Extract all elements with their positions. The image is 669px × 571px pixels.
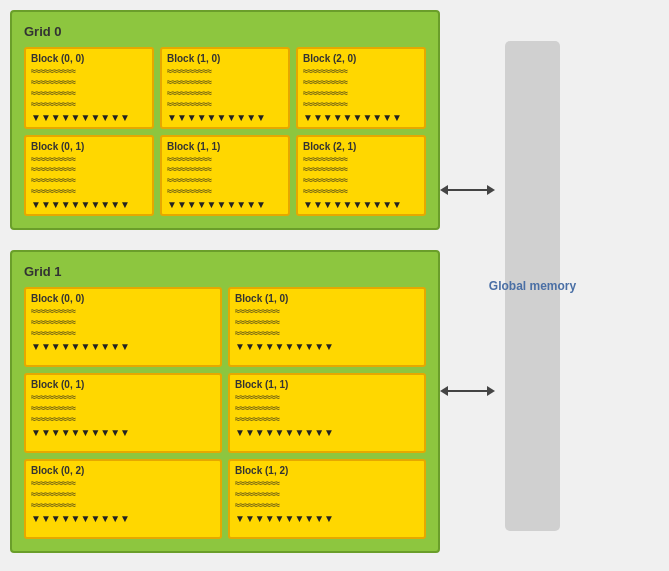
grid1-block-0-1-label: Block (0, 1) [31, 379, 215, 390]
arrow-1-right-head [487, 185, 495, 195]
global-memory-area: Global memory [495, 10, 640, 561]
grids-area: Grid 0 Block (0, 0) ≈≈≈≈≈≈≈≈≈≈ ≈≈≈≈≈≈≈≈≈… [10, 10, 440, 561]
grid0-block-0-0-threads: ≈≈≈≈≈≈≈≈≈≈ ≈≈≈≈≈≈≈≈≈≈ ≈≈≈≈≈≈≈≈≈≈ ≈≈≈≈≈≈≈… [31, 67, 147, 123]
arrow-2-shaft [448, 390, 487, 392]
grid0-block-2-0: Block (2, 0) ≈≈≈≈≈≈≈≈≈≈ ≈≈≈≈≈≈≈≈≈≈ ≈≈≈≈≈… [296, 47, 426, 129]
grid1-block-1-0-label: Block (1, 0) [235, 293, 419, 304]
grid1-block-0-1: Block (0, 1) ≈≈≈≈≈≈≈≈≈≈ ≈≈≈≈≈≈≈≈≈≈ ≈≈≈≈≈… [24, 373, 222, 453]
grid1-block-1-2-label: Block (1, 2) [235, 465, 419, 476]
grid1-block-1-2-threads: ≈≈≈≈≈≈≈≈≈≈ ≈≈≈≈≈≈≈≈≈≈ ≈≈≈≈≈≈≈≈≈≈ ▼▼▼▼▼▼▼… [235, 479, 419, 524]
grid0-block-2-0-threads: ≈≈≈≈≈≈≈≈≈≈ ≈≈≈≈≈≈≈≈≈≈ ≈≈≈≈≈≈≈≈≈≈ ≈≈≈≈≈≈≈… [303, 67, 419, 123]
grid0-block-1-0-threads: ≈≈≈≈≈≈≈≈≈≈ ≈≈≈≈≈≈≈≈≈≈ ≈≈≈≈≈≈≈≈≈≈ ≈≈≈≈≈≈≈… [167, 67, 283, 123]
grid0-block-1-0-label: Block (1, 0) [167, 53, 283, 64]
grid0-block-0-1: Block (0, 1) ≈≈≈≈≈≈≈≈≈≈ ≈≈≈≈≈≈≈≈≈≈ ≈≈≈≈≈… [24, 135, 154, 217]
grid0-block-2-1-label: Block (2, 1) [303, 141, 419, 152]
arrow-2 [440, 386, 495, 396]
grid-1-container: Grid 1 Block (0, 0) ≈≈≈≈≈≈≈≈≈≈ ≈≈≈≈≈≈≈≈≈… [10, 250, 440, 553]
grid0-block-2-0-label: Block (2, 0) [303, 53, 419, 64]
grid0-block-1-0: Block (1, 0) ≈≈≈≈≈≈≈≈≈≈ ≈≈≈≈≈≈≈≈≈≈ ≈≈≈≈≈… [160, 47, 290, 129]
arrow-1 [440, 185, 495, 195]
global-memory-rect: Global memory [505, 41, 560, 531]
sq-line-4: ≈≈≈≈≈≈≈≈≈≈ [31, 100, 147, 110]
grid0-block-0-1-label: Block (0, 1) [31, 141, 147, 152]
sq-line-3: ≈≈≈≈≈≈≈≈≈≈ [31, 89, 147, 99]
grid1-block-1-1-label: Block (1, 1) [235, 379, 419, 390]
grid1-block-0-2-threads: ≈≈≈≈≈≈≈≈≈≈ ≈≈≈≈≈≈≈≈≈≈ ≈≈≈≈≈≈≈≈≈≈ ▼▼▼▼▼▼▼… [31, 479, 215, 524]
grid-0-label: Grid 0 [24, 24, 426, 39]
grid0-block-1-1-threads: ≈≈≈≈≈≈≈≈≈≈ ≈≈≈≈≈≈≈≈≈≈ ≈≈≈≈≈≈≈≈≈≈ ≈≈≈≈≈≈≈… [167, 155, 283, 211]
grid1-block-0-2: Block (0, 2) ≈≈≈≈≈≈≈≈≈≈ ≈≈≈≈≈≈≈≈≈≈ ≈≈≈≈≈… [24, 459, 222, 539]
grid1-block-0-0-label: Block (0, 0) [31, 293, 215, 304]
grid1-block-1-1: Block (1, 1) ≈≈≈≈≈≈≈≈≈≈ ≈≈≈≈≈≈≈≈≈≈ ≈≈≈≈≈… [228, 373, 426, 453]
global-memory-label: Global memory [489, 279, 576, 293]
grid1-block-1-0: Block (1, 0) ≈≈≈≈≈≈≈≈≈≈ ≈≈≈≈≈≈≈≈≈≈ ≈≈≈≈≈… [228, 287, 426, 367]
arrows-area [440, 10, 495, 561]
grid1-block-0-0: Block (0, 0) ≈≈≈≈≈≈≈≈≈≈ ≈≈≈≈≈≈≈≈≈≈ ≈≈≈≈≈… [24, 287, 222, 367]
main-layout: Grid 0 Block (0, 0) ≈≈≈≈≈≈≈≈≈≈ ≈≈≈≈≈≈≈≈≈… [0, 0, 669, 571]
grid0-block-2-1-threads: ≈≈≈≈≈≈≈≈≈≈ ≈≈≈≈≈≈≈≈≈≈ ≈≈≈≈≈≈≈≈≈≈ ≈≈≈≈≈≈≈… [303, 155, 419, 211]
grid1-block-0-0-threads: ≈≈≈≈≈≈≈≈≈≈ ≈≈≈≈≈≈≈≈≈≈ ≈≈≈≈≈≈≈≈≈≈ ▼▼▼▼▼▼▼… [31, 307, 215, 352]
grid1-block-1-0-threads: ≈≈≈≈≈≈≈≈≈≈ ≈≈≈≈≈≈≈≈≈≈ ≈≈≈≈≈≈≈≈≈≈ ▼▼▼▼▼▼▼… [235, 307, 419, 352]
sq-line-2: ≈≈≈≈≈≈≈≈≈≈ [31, 78, 147, 88]
grid1-block-1-1-threads: ≈≈≈≈≈≈≈≈≈≈ ≈≈≈≈≈≈≈≈≈≈ ≈≈≈≈≈≈≈≈≈≈ ▼▼▼▼▼▼▼… [235, 393, 419, 438]
grid0-block-2-1: Block (2, 1) ≈≈≈≈≈≈≈≈≈≈ ≈≈≈≈≈≈≈≈≈≈ ≈≈≈≈≈… [296, 135, 426, 217]
grid1-block-1-2: Block (1, 2) ≈≈≈≈≈≈≈≈≈≈ ≈≈≈≈≈≈≈≈≈≈ ≈≈≈≈≈… [228, 459, 426, 539]
sq-arrows: ▼▼▼▼▼▼▼▼▼▼ [31, 112, 147, 123]
grid-1-label: Grid 1 [24, 264, 426, 279]
grid0-block-1-1-label: Block (1, 1) [167, 141, 283, 152]
grid0-block-0-1-threads: ≈≈≈≈≈≈≈≈≈≈ ≈≈≈≈≈≈≈≈≈≈ ≈≈≈≈≈≈≈≈≈≈ ≈≈≈≈≈≈≈… [31, 155, 147, 211]
grid0-block-1-1: Block (1, 1) ≈≈≈≈≈≈≈≈≈≈ ≈≈≈≈≈≈≈≈≈≈ ≈≈≈≈≈… [160, 135, 290, 217]
sq-line-1: ≈≈≈≈≈≈≈≈≈≈ [31, 67, 147, 77]
grid-0-container: Grid 0 Block (0, 0) ≈≈≈≈≈≈≈≈≈≈ ≈≈≈≈≈≈≈≈≈… [10, 10, 440, 230]
grid0-block-0-0-label: Block (0, 0) [31, 53, 147, 64]
arrow-1-left-head [440, 185, 448, 195]
grid0-block-0-0: Block (0, 0) ≈≈≈≈≈≈≈≈≈≈ ≈≈≈≈≈≈≈≈≈≈ ≈≈≈≈≈… [24, 47, 154, 129]
arrow-1-shaft [448, 189, 487, 191]
arrow-2-right-head [487, 386, 495, 396]
grid1-block-0-1-threads: ≈≈≈≈≈≈≈≈≈≈ ≈≈≈≈≈≈≈≈≈≈ ≈≈≈≈≈≈≈≈≈≈ ▼▼▼▼▼▼▼… [31, 393, 215, 438]
arrow-2-left-head [440, 386, 448, 396]
grid1-block-0-2-label: Block (0, 2) [31, 465, 215, 476]
grid-0-blocks: Block (0, 0) ≈≈≈≈≈≈≈≈≈≈ ≈≈≈≈≈≈≈≈≈≈ ≈≈≈≈≈… [24, 47, 426, 216]
grid-1-blocks: Block (0, 0) ≈≈≈≈≈≈≈≈≈≈ ≈≈≈≈≈≈≈≈≈≈ ≈≈≈≈≈… [24, 287, 426, 539]
